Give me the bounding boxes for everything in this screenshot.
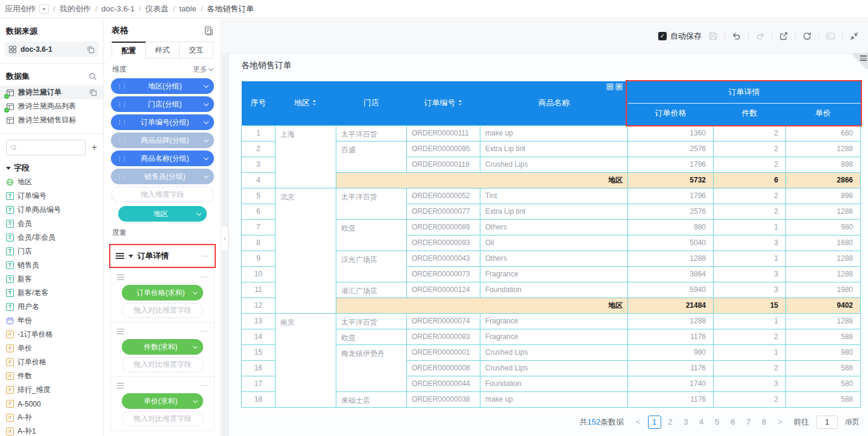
more-options-icon[interactable]: ⋯ — [200, 327, 208, 335]
column-header[interactable]: 地区 — [275, 81, 336, 125]
field-item[interactable]: #A-补 — [0, 411, 103, 425]
dimension-pill[interactable]: ⋮⋮商品名称(分组) — [111, 151, 214, 166]
page-number-2[interactable]: 2 — [664, 416, 677, 429]
goto-page-input[interactable] — [816, 416, 838, 429]
more-options-icon[interactable]: ⋯ — [200, 381, 208, 390]
page-number-4[interactable]: 4 — [695, 416, 708, 429]
field-item[interactable]: #订单价格 — [0, 355, 103, 369]
page-number-7[interactable]: 7 — [742, 416, 755, 429]
column-header[interactable]: 订单编号 — [407, 81, 480, 125]
field-item[interactable]: T会员 — [0, 217, 103, 231]
drag-handle-icon[interactable]: ⋮⋮ — [117, 83, 125, 89]
page-number-5[interactable]: 5 — [711, 416, 724, 429]
sort-icon[interactable] — [458, 99, 463, 106]
breadcrumb-item[interactable]: 我的创作 — [60, 4, 91, 13]
prev-page-button[interactable]: < — [634, 417, 643, 426]
dataset-item[interactable]: 雅诗兰黛销售目标 — [0, 113, 103, 127]
caret-down-icon[interactable] — [128, 255, 133, 258]
measure-pill[interactable]: 单价(求和) — [122, 393, 203, 409]
breadcrumb-root[interactable]: 应用创作 — [5, 4, 36, 14]
autosave-checkbox[interactable]: ✓ — [658, 32, 667, 40]
dimension-pill[interactable]: ⋮⋮商品品牌(分组) — [111, 132, 214, 148]
expand-all-button[interactable]: + — [615, 83, 623, 90]
field-search-box[interactable] — [6, 140, 86, 155]
breadcrumb-item[interactable]: 各地销售订单 — [207, 4, 254, 13]
field-item[interactable]: T销售员 — [0, 258, 103, 272]
field-search-input[interactable] — [19, 143, 81, 152]
autosave-toggle[interactable]: ✓ 自动保存 — [658, 31, 702, 42]
drag-handle-icon[interactable]: ⋮⋮ — [117, 137, 125, 143]
field-item[interactable]: #A-5000 — [0, 397, 103, 411]
add-field-button[interactable]: + — [92, 143, 97, 152]
drag-handle-icon[interactable]: ⋮⋮ — [117, 173, 125, 179]
field-item[interactable]: T门店 — [0, 244, 103, 258]
more-options-icon[interactable]: ⋯ — [200, 273, 208, 281]
value-cell: 2 — [714, 391, 786, 407]
field-item[interactable]: #件数 — [0, 369, 103, 383]
sort-icon[interactable] — [312, 99, 317, 106]
drag-handle-icon[interactable]: ⋮⋮ — [117, 155, 125, 161]
calendar-icon — [6, 317, 14, 325]
value-cell: 1 — [714, 313, 786, 329]
search-icon[interactable] — [89, 72, 97, 81]
collapse-panel-handle[interactable]: ‹ — [222, 226, 228, 251]
measure-pill[interactable]: 件数(求和) — [122, 339, 203, 355]
dimension-pill[interactable]: ⋮⋮销售员(分组) — [111, 169, 214, 184]
tab-2[interactable]: 交互 — [180, 42, 213, 58]
drag-handle-icon[interactable] — [117, 383, 124, 388]
next-page-button[interactable]: > — [776, 417, 785, 426]
field-item[interactable]: T新客/老客 — [0, 286, 103, 300]
tab-0[interactable]: 配置 — [112, 42, 146, 58]
store-cell: 汉光广场店 — [336, 251, 407, 282]
drag-handle-icon[interactable] — [117, 329, 124, 334]
more-dropdown[interactable]: 更多 — [193, 64, 213, 75]
breadcrumb-item[interactable]: table — [179, 4, 196, 13]
page-number-1[interactable]: 1 — [648, 416, 661, 429]
undo-icon[interactable] — [731, 31, 742, 42]
dataset-item[interactable]: ✓雅诗兰黛商品列表 — [0, 99, 103, 113]
field-item[interactable]: T用户名 — [0, 300, 103, 314]
field-item[interactable]: T会员/非会员 — [0, 231, 103, 244]
export-icon[interactable] — [778, 31, 789, 42]
compare-drop-zone[interactable]: 拖入对比维度字段 — [122, 303, 203, 318]
breadcrumb-item[interactable]: 仪表盘 — [145, 4, 169, 13]
measure-pill[interactable]: 订单价格(求和) — [122, 285, 203, 301]
page-number-3[interactable]: 3 — [679, 416, 693, 429]
dataset-item[interactable]: ✓雅诗兰黛订单 — [0, 86, 103, 99]
dimension-pill[interactable]: ⋮⋮门店(分组) — [111, 96, 214, 112]
dimension-pill[interactable]: ⋮⋮订单编号(分组) — [111, 114, 214, 130]
chevron-down-icon[interactable]: ▾ — [39, 4, 49, 14]
collapse-screen-icon[interactable] — [849, 31, 860, 42]
field-item[interactable]: T订单商品编号 — [0, 203, 103, 217]
breadcrumb-item[interactable]: doc-3.6-1 — [101, 4, 134, 13]
page-number-8[interactable]: 8 — [758, 416, 771, 429]
field-item[interactable]: #-1订单价格 — [0, 328, 103, 341]
drag-handle-icon[interactable]: ⋮⋮ — [117, 101, 125, 107]
page-number-6[interactable]: 6 — [726, 416, 740, 429]
dimension-drop-zone[interactable]: 拖入维度字段 — [111, 187, 214, 202]
tab-1[interactable]: 样式 — [146, 42, 180, 58]
collapse-caret-icon[interactable] — [6, 167, 11, 170]
field-item[interactable]: #排行_维度 — [0, 383, 103, 397]
field-item[interactable]: #A-补1 — [0, 425, 103, 436]
copy-icon[interactable] — [89, 89, 97, 96]
compare-drop-zone[interactable]: 拖入对比维度字段 — [122, 411, 203, 426]
more-options-icon[interactable]: ⋯ — [201, 252, 209, 260]
drag-handle-icon[interactable] — [116, 253, 124, 259]
refresh-icon[interactable] — [802, 31, 813, 42]
compare-drop-zone[interactable]: 拖入对比维度字段 — [122, 357, 203, 372]
field-item[interactable]: T新客 — [0, 272, 103, 286]
dimension-pill[interactable]: ⋮⋮地区(分组) — [111, 78, 214, 94]
drag-handle-icon[interactable]: ⋮⋮ — [117, 119, 125, 125]
measure-group-header[interactable]: 订单详情 ⋯ — [110, 245, 215, 267]
copy-icon[interactable] — [87, 46, 95, 54]
field-item[interactable]: T订单编号 — [0, 189, 103, 203]
field-item[interactable]: 地区 — [0, 175, 103, 189]
copy-chart-icon[interactable] — [204, 26, 213, 36]
drag-handle-icon[interactable] — [117, 275, 124, 280]
field-item[interactable]: 年份 — [0, 314, 103, 328]
drill-field-pill[interactable]: 地区 — [118, 206, 207, 222]
datasource-item[interactable]: doc-3.6-1 — [5, 42, 98, 57]
collapse-all-button[interactable]: − — [606, 83, 614, 90]
field-item[interactable]: #单价 — [0, 341, 103, 355]
